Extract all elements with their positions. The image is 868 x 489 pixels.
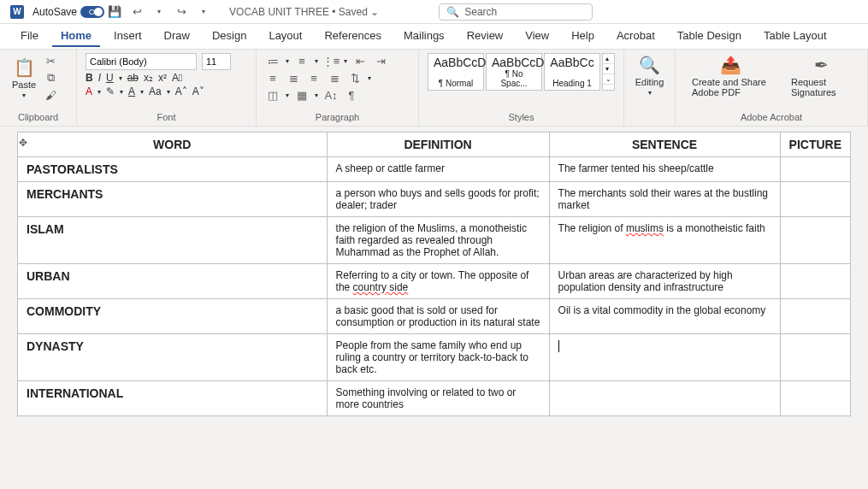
tab-references[interactable]: References xyxy=(316,26,389,47)
multilevel-list-icon[interactable]: ⋮≡ xyxy=(323,53,339,68)
qat-customize-icon[interactable]: ▾ xyxy=(197,5,210,19)
tab-mailings[interactable]: Mailings xyxy=(395,26,453,47)
cell-word[interactable]: INTERNATIONAL xyxy=(18,381,328,416)
table-row[interactable]: COMMODITYa basic good that is sold or us… xyxy=(18,299,851,334)
text-effects-button[interactable]: A xyxy=(128,85,135,97)
cell-sentence[interactable]: The religion of muslims is a monotheisti… xyxy=(549,217,780,264)
cell-definition[interactable]: Referring to a city or town. The opposit… xyxy=(327,264,549,299)
shading-icon[interactable]: ◫ xyxy=(265,87,280,103)
cell-word[interactable]: ISLAM xyxy=(18,217,328,264)
bold-button[interactable]: B xyxy=(86,72,93,84)
highlight-button[interactable]: ✎ xyxy=(106,85,115,97)
tab-table-design[interactable]: Table Design xyxy=(669,26,750,47)
cell-picture[interactable] xyxy=(780,334,850,381)
redo-icon[interactable]: ↪ xyxy=(174,5,188,19)
style--no-spac-[interactable]: AaBbCcDd¶ No Spac... xyxy=(486,53,542,91)
cell-picture[interactable] xyxy=(780,157,850,182)
cell-word[interactable]: COMMODITY xyxy=(18,299,328,334)
cell-picture[interactable] xyxy=(780,182,850,217)
document-title[interactable]: VOCAB UNIT THREE • Saved ⌄ xyxy=(229,6,379,18)
decrease-indent-icon[interactable]: ⇤ xyxy=(352,53,368,68)
sort-icon[interactable]: A↕ xyxy=(323,87,339,103)
tab-help[interactable]: Help xyxy=(563,26,603,47)
cell-word[interactable]: MERCHANTS xyxy=(18,182,328,217)
undo-dropdown-icon[interactable]: ▾ xyxy=(152,5,166,19)
superscript-button[interactable]: x² xyxy=(158,72,167,84)
cell-definition[interactable]: Something involving or related to two or… xyxy=(327,381,549,416)
cell-word[interactable]: PASTORALISTS xyxy=(18,157,328,182)
editing-button[interactable]: 🔍 Editing ▾ xyxy=(633,53,666,98)
align-right-icon[interactable]: ≡ xyxy=(306,70,322,85)
tab-design[interactable]: Design xyxy=(204,26,255,47)
clear-formatting-button[interactable]: A⃠ xyxy=(172,72,182,84)
shrink-font-button[interactable]: A˅ xyxy=(192,85,204,97)
cell-sentence[interactable]: Oil is a vital commodity in the global e… xyxy=(549,299,780,334)
cell-definition[interactable]: A sheep or cattle farmer xyxy=(327,157,549,182)
table-row[interactable]: INTERNATIONALSomething involving or rela… xyxy=(18,381,851,416)
table-row[interactable]: MERCHANTSa person who buys and sells goo… xyxy=(18,182,851,217)
request-signatures-button[interactable]: ✒ Request Signatures xyxy=(788,53,854,99)
cell-sentence[interactable]: The merchants sold their wares at the bu… xyxy=(549,182,780,217)
tab-home[interactable]: Home xyxy=(52,26,100,47)
table-select-handle-icon[interactable]: ✥ xyxy=(19,137,27,149)
paste-button[interactable]: 📋 Paste ▾ xyxy=(9,56,39,101)
format-painter-icon[interactable]: 🖌 xyxy=(43,87,58,103)
font-size-input[interactable] xyxy=(202,53,231,70)
document-surface[interactable]: WORDDEFINITIONSENTENCEPICTURE PASTORALIS… xyxy=(0,127,868,489)
create-share-pdf-button[interactable]: 📤 Create and Share Adobe PDF xyxy=(688,53,772,99)
underline-button[interactable]: U xyxy=(106,72,114,84)
tab-layout[interactable]: Layout xyxy=(260,26,310,47)
italic-button[interactable]: I xyxy=(98,72,101,84)
bullets-icon[interactable]: ≔ xyxy=(265,53,280,68)
tab-table-layout[interactable]: Table Layout xyxy=(755,26,836,47)
increase-indent-icon[interactable]: ⇥ xyxy=(373,53,388,68)
numbering-icon[interactable]: ≡ xyxy=(294,53,310,68)
table-row[interactable]: DYNASTYPeople from the same family who e… xyxy=(18,334,851,381)
table-row[interactable]: ISLAMthe religion of the Muslims, a mono… xyxy=(18,217,851,264)
tab-insert[interactable]: Insert xyxy=(105,26,151,47)
strikethrough-button[interactable]: ab xyxy=(127,72,139,84)
table-row[interactable]: URBANReferring to a city or town. The op… xyxy=(18,264,851,299)
style--normal[interactable]: AaBbCcDd¶ Normal xyxy=(428,53,484,91)
borders-icon[interactable]: ▦ xyxy=(294,87,310,103)
cell-definition[interactable]: the religion of the Muslims, a monotheis… xyxy=(327,217,549,264)
cell-definition[interactable]: a basic good that is sold or used for co… xyxy=(327,299,549,334)
tab-review[interactable]: Review xyxy=(458,26,512,47)
subscript-button[interactable]: x₂ xyxy=(144,72,153,84)
cell-picture[interactable] xyxy=(780,217,850,264)
autosave-toggle[interactable]: AutoSave On xyxy=(32,6,99,18)
font-color-button[interactable]: A xyxy=(86,85,92,97)
styles-more-button[interactable]: ▴▾⌄ xyxy=(602,53,615,91)
show-marks-icon[interactable]: ¶ xyxy=(344,87,359,103)
tab-draw[interactable]: Draw xyxy=(156,26,198,47)
cell-sentence[interactable] xyxy=(549,334,780,381)
align-center-icon[interactable]: ≣ xyxy=(286,70,301,85)
styles-gallery[interactable]: AaBbCcDd¶ NormalAaBbCcDd¶ No Spac...AaBb… xyxy=(428,53,615,91)
tab-view[interactable]: View xyxy=(517,26,558,47)
cell-picture[interactable] xyxy=(780,299,850,334)
cell-sentence[interactable] xyxy=(549,381,780,416)
tab-file[interactable]: File xyxy=(12,26,47,47)
cell-sentence[interactable]: Urban areas are characterized by high po… xyxy=(549,264,780,299)
justify-icon[interactable]: ≣ xyxy=(327,70,342,85)
line-spacing-icon[interactable]: ⇅ xyxy=(347,70,363,85)
cell-definition[interactable]: a person who buys and sells goods for pr… xyxy=(327,182,549,217)
cell-sentence[interactable]: The farmer tented his sheep/cattle xyxy=(549,157,780,182)
style-heading-1[interactable]: AaBbCcHeading 1 xyxy=(544,53,600,91)
cell-definition[interactable]: People from the same family who end up r… xyxy=(327,334,549,381)
save-icon[interactable]: 💾 xyxy=(108,5,121,19)
vocab-table[interactable]: WORDDEFINITIONSENTENCEPICTURE PASTORALIS… xyxy=(17,132,851,416)
cell-picture[interactable] xyxy=(780,381,850,416)
grow-font-button[interactable]: A˄ xyxy=(175,85,187,97)
cell-word[interactable]: DYNASTY xyxy=(18,334,328,381)
undo-icon[interactable]: ↩ xyxy=(130,5,144,19)
table-row[interactable]: PASTORALISTSA sheep or cattle farmerThe … xyxy=(18,157,851,182)
tab-acrobat[interactable]: Acrobat xyxy=(608,26,664,47)
cell-word[interactable]: URBAN xyxy=(18,264,328,299)
align-left-icon[interactable]: ≡ xyxy=(265,70,280,85)
font-name-input[interactable] xyxy=(86,53,197,70)
cell-picture[interactable] xyxy=(780,264,850,299)
change-case-button[interactable]: Aa xyxy=(149,85,162,97)
search-box[interactable]: 🔍 Search xyxy=(439,3,593,21)
cut-icon[interactable]: ✂ xyxy=(43,53,58,68)
